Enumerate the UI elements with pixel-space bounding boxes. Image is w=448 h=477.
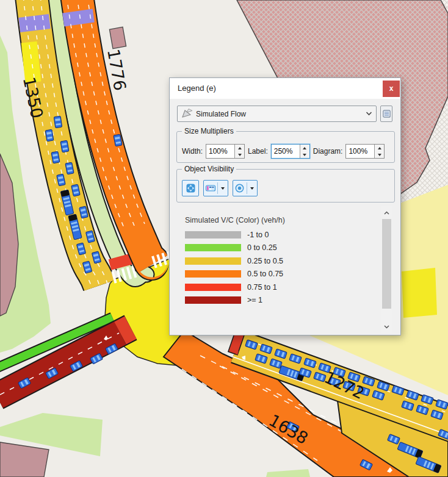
legend-label: 0.5 to 0.75 xyxy=(247,270,283,278)
color-swatch xyxy=(185,270,241,278)
link-icon xyxy=(205,183,216,193)
list-icon xyxy=(383,110,391,118)
stop-segment xyxy=(120,328,131,333)
app-window: 1350 1776 1272 1638 Legend (e) x Simulat… xyxy=(0,0,448,477)
chevron-up-icon xyxy=(384,211,389,215)
legend-label: 0.25 to 0.5 xyxy=(247,257,283,265)
color-swatch xyxy=(185,284,241,291)
close-button[interactable]: x xyxy=(383,81,400,97)
legend-label: 0 to 0.25 xyxy=(247,243,277,252)
legend-row: >= 1 xyxy=(185,296,285,304)
link-visibility-button[interactable] xyxy=(203,180,228,196)
parameter-combobox[interactable]: Simulated Flow xyxy=(177,106,377,122)
building-footprint xyxy=(109,27,126,48)
legend-label: >= 1 xyxy=(247,296,262,304)
color-swatch xyxy=(185,244,241,251)
color-swatch xyxy=(185,296,241,304)
diagram-label: Diagram: xyxy=(313,147,343,156)
label-input[interactable] xyxy=(272,145,300,158)
fit-visibility-button[interactable] xyxy=(182,180,199,196)
diagram-input[interactable] xyxy=(346,145,374,158)
width-label: Width: xyxy=(182,147,203,156)
diagram-stepper xyxy=(345,144,385,159)
spin-buttons[interactable] xyxy=(374,145,384,158)
parameter-list-button[interactable] xyxy=(380,106,392,122)
vehicle xyxy=(45,129,54,141)
legend-row: 0.5 to 0.75 xyxy=(185,270,285,278)
vehicle xyxy=(54,116,62,127)
legend-row: 0 to 0.25 xyxy=(185,244,285,252)
chevron-down-icon xyxy=(384,325,389,329)
label-label: Label: xyxy=(248,147,268,156)
scrollbar[interactable] xyxy=(381,206,392,333)
dropdown-arrow-icon xyxy=(221,187,225,190)
node-visibility-button[interactable] xyxy=(233,180,258,196)
legend-label: 0.75 to 1 xyxy=(247,283,277,292)
label-stepper xyxy=(271,144,310,159)
legend-header: Simulated V/C (Color) (veh/h) xyxy=(185,216,285,224)
chevron-down-icon xyxy=(366,112,372,116)
legend-dialog: Legend (e) x Simulated Flow Size Multipl… xyxy=(169,77,401,335)
dialog-titlebar[interactable]: Legend (e) x xyxy=(170,78,400,99)
spin-buttons[interactable] xyxy=(300,145,309,158)
color-swatch xyxy=(185,231,241,238)
object-visibility-group: Object Visibility xyxy=(176,169,395,203)
legend-label: -1 to 0 xyxy=(247,231,269,239)
scroll-down-button[interactable] xyxy=(381,321,392,332)
group-title: Size Multipliers xyxy=(182,127,236,135)
width-stepper xyxy=(206,144,245,159)
legend-row: -1 to 0 xyxy=(185,231,285,238)
group-title: Object Visibility xyxy=(182,165,236,173)
parameter-value: Simulated Flow xyxy=(196,110,366,118)
spin-buttons[interactable] xyxy=(234,145,244,158)
legend-scroll-area: Simulated V/C (Color) (veh/h) -1 to 0 0 … xyxy=(170,206,400,334)
dropdown-arrow-icon xyxy=(250,187,254,190)
legend-row: 0.75 to 1 xyxy=(185,283,285,291)
node-icon xyxy=(234,183,245,193)
transit-segment xyxy=(78,11,79,24)
legend-row: 0.25 to 0.5 xyxy=(185,257,285,265)
flow-cone-icon xyxy=(181,109,193,120)
scrollbar-thumb[interactable] xyxy=(382,219,391,309)
yellow-patch-right xyxy=(402,268,437,318)
size-multipliers-group: Size Multipliers Width: Label: Diagram: xyxy=(176,131,395,163)
dialog-title: Legend (e) xyxy=(178,84,216,93)
fit-icon xyxy=(186,183,196,193)
width-input[interactable] xyxy=(206,145,234,158)
color-swatch xyxy=(185,257,241,265)
scroll-up-button[interactable] xyxy=(381,207,392,218)
